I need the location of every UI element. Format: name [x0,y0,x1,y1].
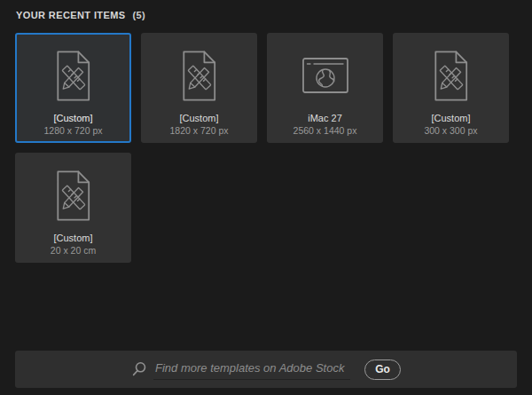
recent-item-title: [Custom] [179,113,218,124]
recent-item-size: 1280 x 720 px [44,125,103,137]
recent-item-card-custom-20x20cm[interactable]: [Custom] 20 x 20 cm [15,153,131,263]
recent-item-title: iMac 27 [308,113,342,124]
recent-item-title: [Custom] [53,233,92,244]
document-edit-icon [179,38,220,113]
adobe-stock-search-bar: Go [15,351,517,388]
go-button[interactable]: Go [364,359,401,380]
search-icon [131,361,147,377]
web-globe-icon [301,38,349,113]
recent-items-grid: [Custom] 1280 x 720 px [15,33,512,263]
recent-items-header: YOUR RECENT ITEMS(5) [16,10,145,20]
recent-item-card-custom-1820x720[interactable]: [Custom] 1820 x 720 px [141,33,257,143]
recent-items-count: (5) [133,10,146,20]
recent-item-title: [Custom] [53,113,92,124]
recent-item-size: 1820 x 720 px [170,125,229,137]
document-edit-icon [431,38,472,113]
document-edit-icon [53,158,94,233]
recent-item-size: 20 x 20 cm [51,245,96,257]
recent-item-size: 300 x 300 px [424,125,477,137]
recent-item-card-custom-300x300[interactable]: [Custom] 300 x 300 px [393,33,509,143]
recent-items-title: YOUR RECENT ITEMS [16,10,126,20]
document-edit-icon [53,38,94,113]
new-document-recent-panel: YOUR RECENT ITEMS(5) [Cust [0,0,532,395]
recent-item-card-custom-1280x720[interactable]: [Custom] 1280 x 720 px [15,33,131,143]
stock-search-group: Go [131,359,401,380]
recent-item-card-imac-27[interactable]: iMac 27 2560 x 1440 px [267,33,383,143]
recent-item-size: 2560 x 1440 px [293,125,357,137]
stock-search-input[interactable] [153,359,350,380]
recent-item-title: [Custom] [431,113,470,124]
